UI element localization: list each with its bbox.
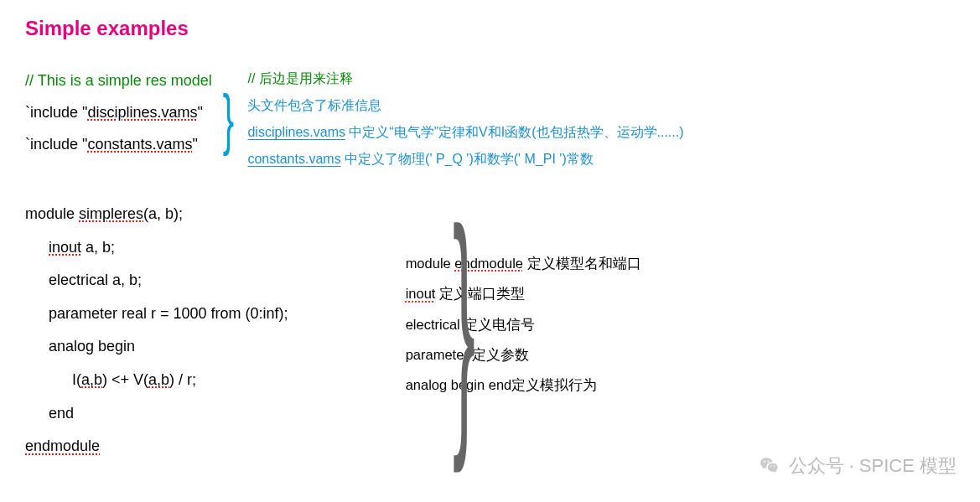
anno1-file1: disciplines.vams — [247, 125, 345, 139]
l6e: ) / r; — [169, 371, 196, 388]
l6a: I( — [72, 371, 81, 388]
code-line1: module simpleres(a, b); — [25, 198, 288, 231]
inc1-suffix: " — [197, 104, 202, 121]
code-line8: endmodule — [25, 430, 100, 463]
inc1-prefix: `include " — [25, 104, 87, 121]
code-includes: // This is a simple res model `include "… — [25, 65, 212, 160]
annotation-includes: // 后边是用来注释 头文件包含了标准信息 disciplines.vams 中… — [247, 65, 683, 173]
anno1-text4: 中定义了物理(' P_Q ')和数学(' M_PI ')常数 — [341, 152, 594, 166]
inc2-file: constants.vams — [87, 136, 192, 153]
watermark-text: 公众号 · SPICE 模型 — [789, 453, 957, 479]
code-line5: analog begin — [25, 330, 288, 364]
code-line4: parameter real r = 1000 from (0:inf); — [25, 298, 288, 331]
brace2-icon: } — [453, 189, 475, 458]
a2l1a: module — [406, 256, 455, 271]
a2l2b: 定义端口类型 — [435, 286, 525, 301]
code-line3: electrical a, b; — [25, 264, 288, 298]
anno1-line4: constants.vams 中定义了物理(' P_Q ')和数学(' M_PI… — [247, 146, 683, 173]
brace-icon: } — [222, 85, 233, 153]
anno2-line3: electrical 定义电信号 — [406, 309, 641, 339]
code-include1: `include "disciplines.vams" — [25, 97, 212, 129]
anno1-file2: constants.vams — [247, 152, 340, 166]
anno2-line1: module endmodule 定义模型名和端口 — [406, 248, 641, 278]
wechat-icon — [759, 455, 780, 477]
watermark: 公众号 · SPICE 模型 — [759, 453, 957, 479]
inout-args: a, b; — [81, 239, 115, 256]
anno2-line2: inout 定义端口类型 — [406, 278, 641, 308]
a2l2a: inout — [406, 286, 436, 301]
code-line2: inout a, b; — [25, 231, 288, 265]
slide-title: Simple examples — [25, 17, 955, 40]
l6c: ) <+ V( — [102, 371, 148, 388]
anno2-line4: parameter 定义参数 — [406, 339, 641, 370]
modname: simpleres — [79, 205, 143, 222]
l6b: a,b — [81, 371, 102, 388]
code-module: module simpleres(a, b); inout a, b; elec… — [25, 198, 288, 463]
code-include2: `include "constants.vams" — [25, 129, 212, 161]
section-includes: // This is a simple res model `include "… — [25, 65, 955, 173]
anno1-line3: disciplines.vams 中定义“电气学”定律和V和I函数(也包括热学、… — [247, 119, 683, 146]
modargs: (a, b); — [143, 205, 183, 222]
l6d: a,b — [148, 371, 169, 388]
anno1-line2: 头文件包含了标准信息 — [247, 92, 683, 119]
kw-module: module — [25, 205, 79, 222]
code-line7: end — [25, 397, 288, 431]
code-line6: I(a,b) <+ V(a,b) / r; — [25, 364, 288, 397]
a2l1c: 定义模型名和端口 — [523, 256, 641, 271]
kw-inout: inout — [49, 239, 81, 256]
anno1-text3: 中定义“电气学”定律和V和I函数(也包括热学、运动学......) — [345, 125, 684, 139]
inc2-suffix: " — [193, 136, 198, 153]
inc1-file: disciplines.vams — [87, 104, 197, 121]
section-module: module simpleres(a, b); inout a, b; elec… — [25, 198, 955, 463]
anno1-line1: // 后边是用来注释 — [247, 65, 683, 92]
inc2-prefix: `include " — [25, 136, 87, 153]
code-comment: // This is a simple res model — [25, 65, 212, 97]
annotation-module: module endmodule 定义模型名和端口 inout 定义端口类型 e… — [406, 248, 641, 400]
anno2-line5: analog begin end定义模拟行为 — [406, 370, 641, 400]
